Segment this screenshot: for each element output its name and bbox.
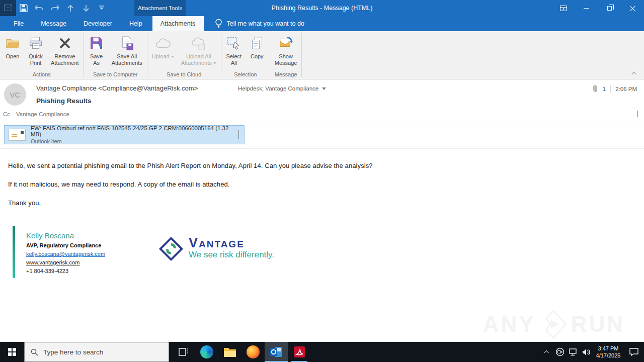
remove-attachment-button[interactable]: Remove Attachment [47,34,83,66]
watermark-any: ANY [483,312,536,337]
meet-now-button[interactable] [553,342,567,362]
upload-cloud-icon [155,35,171,51]
remove-x-icon [57,35,73,51]
open-button[interactable]: Open [1,34,24,60]
start-button[interactable] [0,342,24,362]
signature-email-link[interactable]: kelly.boscana@vantagerisk.com [26,251,105,257]
ribbon-group-save-to-cloud: Upload Upload All Attachments Save to Cl… [147,31,221,79]
attachment-text: FW: FAIS Ombud ref no# FAIS-102545-24/25… [31,125,233,144]
copy-icon [249,35,265,51]
save-as-icon [89,35,105,51]
ribbon: Open Quick Print Remove Attachment Actio… [0,31,644,79]
restore-button[interactable] [598,0,621,16]
previous-item-icon[interactable] [65,3,76,14]
taskbar-apps [172,342,311,362]
avatar[interactable]: VC [4,83,26,106]
signature-block: Kelly Boscana AVP, Regulatory Compliance… [0,225,352,281]
app-icon[interactable] [0,0,16,16]
show-message-button[interactable]: Show Message [271,34,301,66]
attachment-kind: Outlook item [31,138,233,144]
open-folder-icon [5,35,21,51]
select-all-button[interactable]: Select All [222,34,246,66]
action-center-button[interactable] [624,342,644,362]
close-button[interactable] [621,0,644,16]
titlebar: Phishing Results - Message (HTML) Attach… [0,0,644,16]
signature-website-link[interactable]: www.vantagerisk.com [26,259,105,265]
acrobat-button[interactable] [288,342,311,362]
group-label-save-to-cloud: Save to Cloud [148,71,220,79]
subject: Phishing Results [36,97,92,105]
save-all-attachments-button[interactable]: Save All Attachments [108,34,146,66]
ribbon-display-options-icon [560,6,567,11]
undo-icon[interactable] [34,3,45,14]
ribbon-tab-row: File Message Developer Help Attachments … [0,16,644,31]
show-message-icon [278,35,294,51]
customize-qat-icon[interactable] [96,3,107,14]
search-placeholder: Type here to search [43,348,103,356]
attachment-strip: FW: FAIS Ombud ref no# FAIS-102545-24/25… [0,123,644,149]
anyrun-watermark: ANY RUN [483,309,625,340]
attachment-dropdown-button[interactable] [238,130,239,139]
next-item-icon[interactable] [80,3,92,14]
tab-file[interactable]: File [5,16,32,31]
ribbon-group-save-to-computer: Save As Save All Attachments Save to Com… [84,31,147,79]
tab-message[interactable]: Message [32,16,75,31]
upload-button: Upload [148,34,178,60]
outlook-button[interactable] [265,342,288,362]
task-view-button[interactable] [172,342,195,362]
cc-value[interactable]: Vantage Compliance [16,111,69,117]
body-paragraph: Hello, we sent a potential phishing emai… [8,162,561,169]
attachment-item[interactable]: FW: FAIS Ombud ref no# FAIS-102545-24/25… [4,125,245,144]
tab-developer[interactable]: Developer [75,16,121,31]
body-paragraph: If it not malicious, we may need to resp… [8,180,561,188]
recipients[interactable]: Helpdesk; Vantage Compliance [238,85,326,92]
body-paragraph: Thank you, [8,199,561,207]
contextual-tab-header: Attachment Tools [134,0,186,16]
network-button[interactable] [567,342,580,362]
save-icon[interactable] [18,3,29,14]
volume-icon [582,348,591,356]
window-controls [551,0,644,16]
cc-label: Cc [3,111,10,117]
copy-button[interactable]: Copy [246,34,269,60]
chevron-up-icon [631,71,636,76]
signature-name: Kelly Boscana [26,231,105,240]
watermark-run: RUN [571,312,625,337]
sender[interactable]: Vantage Compliance <Compliance@VantageRi… [36,84,198,92]
ribbon-display-options-button[interactable] [551,0,575,16]
lightbulb-icon [215,19,222,29]
taskbar-clock[interactable]: 3:47 PM 4/17/2025 [593,345,624,359]
expand-header-button[interactable] [637,111,638,117]
windows-logo-icon [8,348,16,356]
minimize-icon [584,8,589,9]
received-time: 2:06 PM [615,86,637,92]
file-explorer-button[interactable] [218,342,242,362]
volume-button[interactable] [580,342,593,362]
upload-all-attachments-button: Upload All Attachments [178,34,220,66]
restore-icon [607,6,612,11]
firefox-icon [247,345,260,358]
recipients-text: Helpdesk; Vantage Compliance [238,85,318,92]
tab-help[interactable]: Help [121,16,151,31]
hidden-icons-button[interactable] [540,342,553,362]
quick-print-button[interactable]: Quick Print [24,34,47,66]
system-tray: 3:47 PM 4/17/2025 [540,342,644,362]
outlook-item-icon [9,129,26,141]
edge-button[interactable] [195,342,218,362]
edge-icon [200,345,213,358]
attachment-name: FW: FAIS Ombud ref no# FAIS-102545-24/25… [31,125,233,137]
chevron-down-icon [238,130,239,139]
firefox-button[interactable] [242,342,265,362]
tab-attachments[interactable]: Attachments [152,16,204,31]
envelope-icon [4,5,12,11]
tell-me-box[interactable]: Tell me what you want to do [204,16,304,31]
redo-icon[interactable] [49,3,60,14]
group-label-message: Message [271,71,301,79]
search-icon [31,348,38,356]
close-icon [630,6,635,11]
cc-row: Cc Vantage Compliance [0,110,644,121]
save-as-button[interactable]: Save As [85,34,108,66]
collapse-ribbon-button[interactable] [630,70,639,77]
taskbar-search[interactable]: Type here to search [24,342,169,362]
minimize-button[interactable] [575,0,598,16]
